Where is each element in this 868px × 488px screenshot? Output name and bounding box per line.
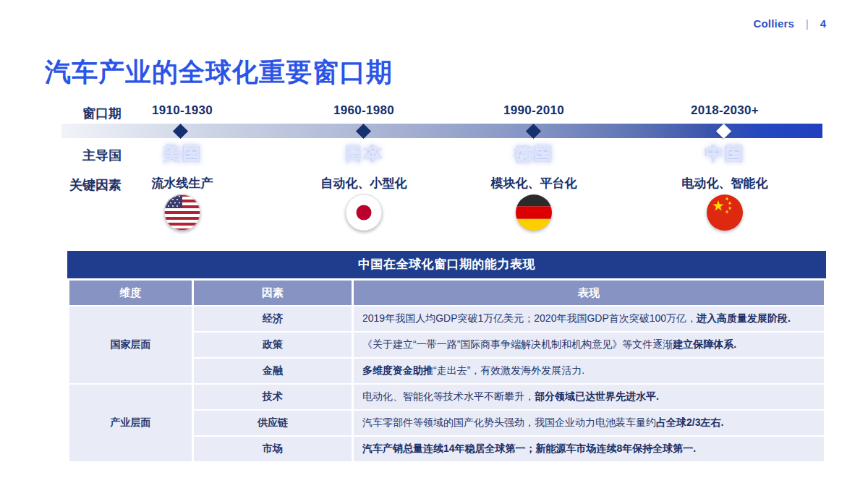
period-key-factors: 自动化、小型化 [277, 175, 451, 192]
japan-flag-icon [345, 194, 383, 231]
factor-cell: 金融 [194, 359, 352, 383]
period-years: 1990-2010 [447, 103, 621, 118]
globalization-timeline: 窗口期 主导国 关键因素 1910-1930 美国 流水线生产 [0, 101, 868, 242]
china-flag-icon [706, 194, 744, 231]
timeline-marker-diamond [173, 123, 188, 138]
table-row: 国家层面 经济 2019年我国人均GDP突破1万亿美元；2020年我国GDP首次… [69, 307, 824, 331]
leading-country: 德国 [447, 142, 621, 166]
period-years: 1960-1980 [277, 103, 451, 118]
timeline-marker-diamond [356, 123, 371, 138]
table-header-row: 维度 因素 表现 [69, 281, 824, 305]
factor-cell: 政策 [194, 333, 352, 357]
leading-country: 日本 [277, 142, 451, 166]
performance-cell: 多维度资金助推“走出去”，有效激发海外发展活力. [354, 359, 824, 383]
page-title: 汽车产业的全球化重要窗口期 [45, 55, 393, 90]
leading-country: 中国 [638, 142, 812, 166]
header-brand-bar: Colliers | 4 [753, 17, 826, 30]
factor-cell: 技术 [194, 385, 352, 409]
brand-separator: | [806, 18, 809, 30]
page-number: 4 [820, 17, 826, 30]
table-row: 产业层面 技术 电动化、智能化等技术水平不断攀升，部分领域已达世界先进水平. [69, 385, 824, 409]
capability-table: 维度 因素 表现 国家层面 经济 2019年我国人均GDP突破1万亿美元；202… [67, 279, 826, 463]
capability-table-section: 中国在全球化窗口期的能力表现 维度 因素 表现 国家层面 经济 2019年我国人… [67, 251, 826, 463]
usa-flag-icon [163, 194, 201, 231]
performance-cell: 汽车零部件等领域的国产化势头强劲，我国企业动力电池装车量约占全球2/3左右. [354, 411, 824, 435]
factor-cell: 市场 [194, 437, 352, 461]
performance-cell: 汽车产销总量连续14年稳居全球第一；新能源车市场连续8年保持全球第一. [354, 437, 824, 461]
period-years: 1910-1930 [95, 103, 269, 118]
column-header-performance: 表现 [354, 281, 824, 305]
period-key-factors: 流水线生产 [95, 175, 269, 192]
germany-flag-icon [515, 194, 553, 231]
factor-cell: 供应链 [194, 411, 352, 435]
period-years: 2018-2030+ [638, 103, 812, 118]
leading-country: 美国 [95, 142, 269, 166]
performance-cell: 《关于建立“一带一路”国际商事争端解决机制和机构意见》等文件逐渐建立保障体系. [354, 333, 824, 357]
timeline-marker-diamond [526, 123, 541, 138]
capability-table-title: 中国在全球化窗口期的能力表现 [67, 251, 826, 278]
timeline-bar [61, 124, 822, 138]
brand-logo: Colliers [753, 17, 794, 30]
dimension-cell: 国家层面 [69, 307, 192, 383]
column-header-factor: 因素 [194, 281, 352, 305]
dimension-cell: 产业层面 [69, 385, 192, 461]
period-key-factors: 电动化、智能化 [638, 175, 812, 192]
performance-cell: 电动化、智能化等技术水平不断攀升，部分领域已达世界先进水平. [354, 385, 824, 409]
performance-cell: 2019年我国人均GDP突破1万亿美元；2020年我国GDP首次突破100万亿，… [354, 307, 824, 331]
column-header-dimension: 维度 [69, 281, 192, 305]
factor-cell: 经济 [194, 307, 352, 331]
timeline-marker-diamond [716, 123, 731, 138]
period-key-factors: 模块化、平台化 [447, 175, 621, 192]
